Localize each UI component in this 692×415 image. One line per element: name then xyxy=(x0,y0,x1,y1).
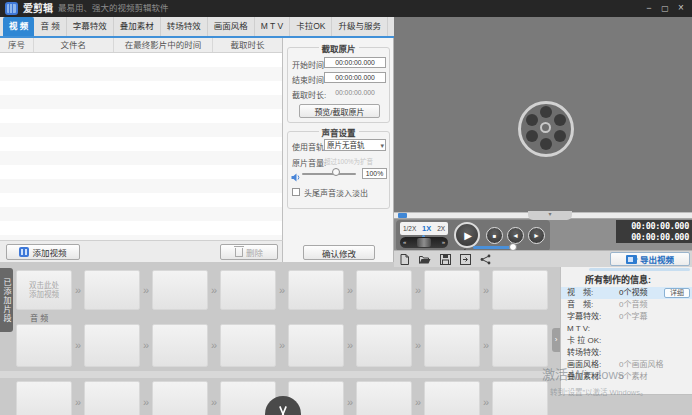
info-row: 视 频:0个视频详细 xyxy=(561,287,692,299)
volume-slider-track[interactable] xyxy=(302,173,356,175)
added-clips-tab[interactable]: 已添加片段 xyxy=(0,268,13,332)
clip-slot[interactable] xyxy=(152,324,208,367)
clip-slot[interactable] xyxy=(220,324,276,367)
info-row-label: 画面风格: xyxy=(567,359,601,371)
jog-handle[interactable] xyxy=(417,238,431,247)
current-time: 00:00:00.000 xyxy=(616,221,689,232)
sound-section-title: 声音设置 xyxy=(318,126,358,138)
clip-slot[interactable] xyxy=(16,381,72,415)
tab-overlay-material[interactable]: 叠加素材 xyxy=(114,17,161,36)
clip-slot[interactable] xyxy=(288,270,344,310)
clip-slot[interactable] xyxy=(16,324,72,367)
column-clip-duration: 截取时长 xyxy=(213,38,282,52)
info-row: 音 频:0个音频 xyxy=(561,299,692,311)
clip-slot[interactable] xyxy=(356,381,412,415)
volume-hint: 超过100%为扩音 xyxy=(324,156,373,166)
tab-mtv[interactable]: M T V xyxy=(255,17,290,36)
info-panel-scrollbar[interactable] xyxy=(589,268,690,271)
audio-track: »»»»»»» xyxy=(16,324,548,367)
info-row-label: 音 频: xyxy=(567,299,593,311)
clip-slot[interactable] xyxy=(84,324,140,367)
player-volume-slider[interactable] xyxy=(473,246,513,249)
close-button[interactable] xyxy=(674,0,688,17)
clip-slot[interactable] xyxy=(492,324,548,367)
tab-picture-style[interactable]: 画面风格 xyxy=(208,17,255,36)
fade-checkbox[interactable] xyxy=(292,188,300,196)
clip-slot[interactable] xyxy=(152,381,208,415)
save-project-icon[interactable] xyxy=(440,254,451,265)
clip-chevron-icon: » xyxy=(480,397,492,408)
clip-chevron-icon: » xyxy=(276,285,288,296)
column-index: 序号 xyxy=(0,38,34,52)
speed-1/2X[interactable]: 1/2X xyxy=(403,225,416,232)
clip-slot[interactable] xyxy=(424,270,480,310)
info-row-value: 0个视频 xyxy=(619,287,647,299)
speaker-icon xyxy=(291,168,301,186)
info-row-value: 0个音频 xyxy=(619,299,647,311)
clip-slot[interactable] xyxy=(492,270,548,310)
step-back-button[interactable] xyxy=(507,227,524,244)
tab-karaoke[interactable]: 卡拉OK xyxy=(290,17,332,36)
minimize-button[interactable] xyxy=(642,0,656,17)
app-logo-icon xyxy=(5,2,18,15)
start-time-input[interactable] xyxy=(324,57,386,68)
info-row-label: M T V: xyxy=(567,323,590,335)
clip-slot[interactable] xyxy=(356,324,412,367)
confirm-button[interactable]: 确认修改 xyxy=(303,245,375,260)
app-title: 爱剪辑 xyxy=(23,0,53,17)
preview-clip-button[interactable]: 预览/截取原片 xyxy=(299,104,380,118)
seek-handle[interactable] xyxy=(398,213,407,218)
clip-slot[interactable] xyxy=(356,270,412,310)
column-filename: 文件名 xyxy=(34,38,114,52)
tab-bar: 视 频音 频字幕特效叠加素材转场特效画面风格M T V卡拉OK升级与服务 xyxy=(0,17,394,38)
delete-button[interactable]: 删除 xyxy=(220,244,278,260)
stop-button[interactable] xyxy=(486,227,503,244)
tab-transition-fx[interactable]: 转场特效 xyxy=(161,17,208,36)
clip-slot[interactable] xyxy=(84,381,140,415)
speed-2X[interactable]: 2X xyxy=(437,225,445,232)
clip-slot[interactable] xyxy=(84,270,140,310)
share-icon[interactable] xyxy=(480,254,491,265)
tab-video[interactable]: 视 频 xyxy=(3,17,34,36)
volume-value-input[interactable] xyxy=(362,168,387,179)
collapse-handle[interactable] xyxy=(528,211,572,220)
volume-slider-handle[interactable] xyxy=(332,168,340,176)
clip-slot[interactable] xyxy=(492,381,548,415)
clip-chevron-icon: » xyxy=(276,340,288,351)
speed-box: 1/2X1X2X xyxy=(400,222,448,235)
jog-shuttle[interactable]: « » xyxy=(400,237,448,248)
speed-1X[interactable]: 1X xyxy=(422,224,431,233)
end-time-label: 结束时间: xyxy=(292,74,326,85)
tab-audio[interactable]: 音 频 xyxy=(34,17,66,36)
clip-slot[interactable] xyxy=(424,381,480,415)
audio-track-select[interactable]: 原片无音轨 xyxy=(324,139,386,151)
info-row-label: 卡 拉 OK: xyxy=(567,335,601,347)
clip-settings-panel: 截取原片 开始时间: 结束时间: 截取时长: 00:00:00.000 预览/截… xyxy=(283,38,394,262)
clip-slot[interactable] xyxy=(152,270,208,310)
open-project-icon[interactable] xyxy=(419,254,431,265)
info-row-label: 字幕特效: xyxy=(567,311,601,323)
new-project-icon[interactable] xyxy=(399,254,410,265)
detail-button[interactable]: 详细 xyxy=(664,288,690,298)
file-list-body[interactable] xyxy=(0,53,282,240)
maximize-button[interactable] xyxy=(658,0,672,17)
clip-slot[interactable] xyxy=(424,324,480,367)
total-time: 00:00:00.000 xyxy=(616,232,689,243)
clip-chevron-icon: » xyxy=(344,340,356,351)
end-time-input[interactable] xyxy=(324,72,386,83)
step-forward-button[interactable] xyxy=(528,227,545,244)
clip-slot[interactable] xyxy=(288,324,344,367)
start-time-label: 开始时间: xyxy=(292,59,326,70)
timecode-display: 00:00:00.000 00:00:00.000 xyxy=(616,220,692,243)
save-as-icon[interactable] xyxy=(460,254,471,265)
tab-upgrade[interactable]: 升级与服务 xyxy=(332,17,388,36)
info-row: M T V: xyxy=(561,323,692,335)
player-controls: 1/2X1X2X « » 00:00:00.000 00:00:00.000 xyxy=(394,219,692,252)
clip-chevron-icon: » xyxy=(344,285,356,296)
clip-slot[interactable] xyxy=(220,270,276,310)
add-video-placeholder[interactable]: 双击此处添加视频 xyxy=(16,270,72,310)
add-video-button[interactable]: 添加视频 xyxy=(6,244,80,260)
tab-subtitle-fx[interactable]: 字幕特效 xyxy=(67,17,114,36)
panel-toggle[interactable] xyxy=(552,328,560,352)
export-video-button[interactable]: 导出视频 xyxy=(610,252,690,266)
